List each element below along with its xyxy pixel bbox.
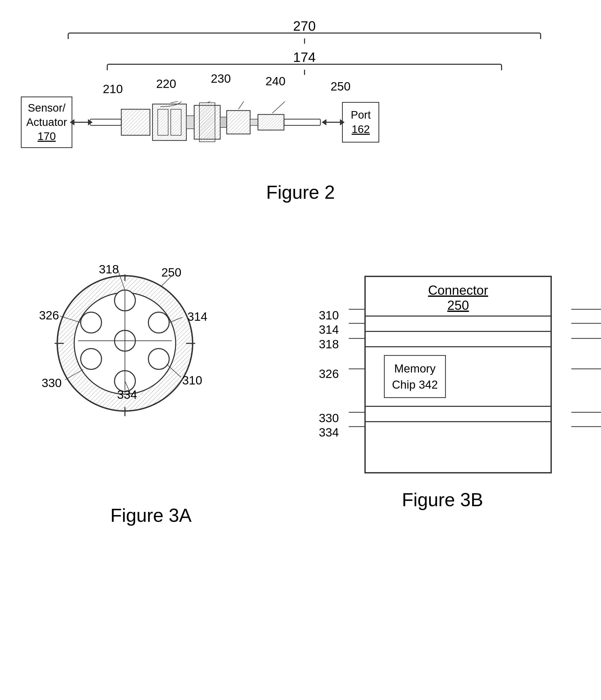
line-310 (366, 316, 551, 317)
memory-chip-line2: Chip 342 (392, 378, 438, 391)
label-230: 230 (211, 72, 231, 85)
svg-rect-11 (227, 110, 250, 134)
sensor-actuator-box: Sensor/ Actuator 170 (21, 97, 72, 148)
fig3a-label-334: 334 (117, 388, 137, 402)
connector-box-3b: Connector 250 Memory (364, 276, 552, 473)
figure3a-caption: Figure 3A (21, 505, 281, 526)
brace-174-bottom (304, 70, 305, 75)
fig3a-label-330: 330 (42, 376, 62, 390)
fig3a-label-318: 318 (99, 262, 119, 276)
connector-title-ref: 250 (447, 298, 469, 313)
fig3a-label-314: 314 (187, 309, 208, 324)
svg-rect-13 (258, 115, 284, 130)
label-220: 220 (156, 77, 176, 91)
label-270: 270 (293, 18, 316, 34)
label-240: 240 (265, 74, 286, 88)
page: 270 174 210 220 230 240 250 Sensor/ Actu… (0, 0, 601, 700)
figure2-caption: Figure 2 (266, 181, 335, 203)
port-ref: 162 (352, 123, 370, 135)
connector-title-line1: Connector (428, 283, 488, 298)
right-lines-svg (571, 276, 601, 473)
line-334 (366, 421, 551, 422)
svg-rect-10 (220, 117, 227, 127)
fig3a-label-326: 326 (39, 308, 59, 322)
svg-point-20 (81, 312, 101, 333)
port-line1: Port (351, 109, 371, 121)
figure2-area: 270 174 210 220 230 240 250 Sensor/ Actu… (21, 16, 580, 219)
connector-title-3b: Connector 250 (366, 277, 551, 316)
svg-rect-9 (199, 103, 215, 142)
brace-270: 270 (68, 18, 541, 39)
figure3b-caption: Figure 3B (312, 489, 573, 510)
line-330 (366, 406, 551, 407)
fig3a-label-310: 310 (182, 373, 202, 387)
svg-point-24 (148, 349, 169, 369)
sensor-line2: Actuator (26, 116, 67, 128)
svg-rect-1 (121, 109, 150, 135)
svg-rect-12 (250, 119, 258, 125)
brace-270-bottom (304, 39, 305, 44)
brace-174: 174 (107, 49, 502, 70)
figure3b-area: Connector 250 Memory (312, 260, 573, 510)
svg-rect-0 (90, 119, 121, 125)
label-250: 250 (331, 79, 351, 93)
brace-270-line (68, 32, 541, 39)
memory-chip-row: Memory Chip 342 (366, 347, 551, 406)
pin-ticks-svg (317, 276, 366, 473)
svg-rect-14 (284, 119, 320, 125)
sensor-line1: Sensor/ (28, 102, 66, 114)
svg-rect-7 (186, 116, 194, 129)
svg-point-21 (148, 312, 169, 333)
port-box: Port 162 (342, 102, 379, 142)
brace-174-line (107, 64, 502, 70)
sensor-ref: 170 (38, 130, 56, 142)
figure3a-svg (37, 260, 219, 437)
label-174: 174 (293, 49, 316, 65)
label-210: 210 (103, 82, 123, 96)
line-314 (366, 331, 551, 332)
memory-chip-line1: Memory (394, 362, 436, 375)
svg-point-23 (81, 349, 101, 369)
connector-assembly-svg (90, 101, 324, 143)
fig3a-label-250: 250 (161, 265, 182, 279)
figure3a-area: 318 250 314 326 330 334 310 Figure 3A (21, 260, 281, 526)
memory-chip-box: Memory Chip 342 (384, 355, 446, 398)
